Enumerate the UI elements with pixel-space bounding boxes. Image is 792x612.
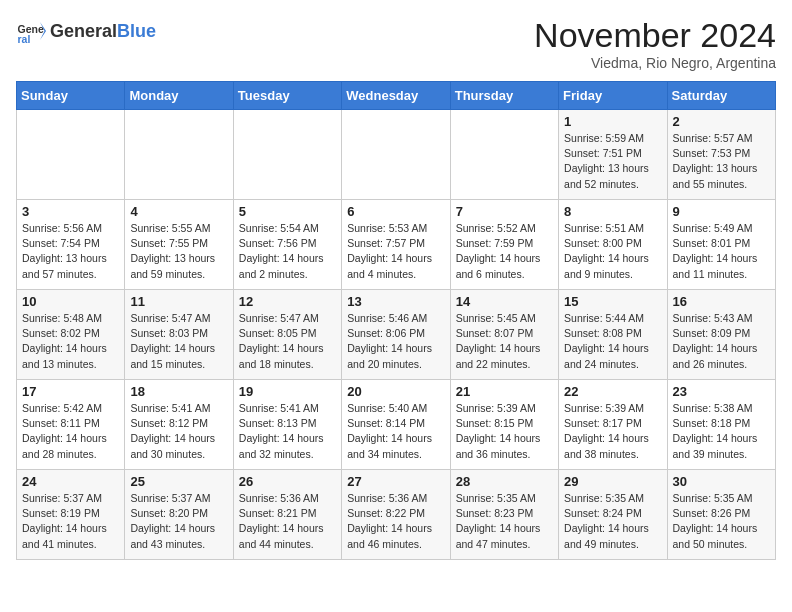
calendar-cell: 5Sunrise: 5:54 AM Sunset: 7:56 PM Daylig… [233,200,341,290]
day-info: Sunrise: 5:52 AM Sunset: 7:59 PM Dayligh… [456,221,553,282]
calendar-cell: 4Sunrise: 5:55 AM Sunset: 7:55 PM Daylig… [125,200,233,290]
day-number: 17 [22,384,119,399]
day-number: 15 [564,294,661,309]
calendar-table: Sunday Monday Tuesday Wednesday Thursday… [16,81,776,560]
svg-text:ral: ral [18,33,31,45]
calendar-week-row: 24Sunrise: 5:37 AM Sunset: 8:19 PM Dayli… [17,470,776,560]
calendar-cell [125,110,233,200]
day-info: Sunrise: 5:46 AM Sunset: 8:06 PM Dayligh… [347,311,444,372]
day-number: 13 [347,294,444,309]
day-info: Sunrise: 5:48 AM Sunset: 8:02 PM Dayligh… [22,311,119,372]
calendar-cell: 22Sunrise: 5:39 AM Sunset: 8:17 PM Dayli… [559,380,667,470]
day-number: 12 [239,294,336,309]
calendar-cell: 20Sunrise: 5:40 AM Sunset: 8:14 PM Dayli… [342,380,450,470]
day-number: 24 [22,474,119,489]
day-info: Sunrise: 5:38 AM Sunset: 8:18 PM Dayligh… [673,401,770,462]
day-number: 26 [239,474,336,489]
day-number: 28 [456,474,553,489]
day-number: 25 [130,474,227,489]
day-number: 19 [239,384,336,399]
day-info: Sunrise: 5:56 AM Sunset: 7:54 PM Dayligh… [22,221,119,282]
logo: Gene ral General Blue [16,16,156,46]
day-number: 27 [347,474,444,489]
day-number: 11 [130,294,227,309]
day-info: Sunrise: 5:47 AM Sunset: 8:03 PM Dayligh… [130,311,227,372]
day-number: 8 [564,204,661,219]
calendar-cell: 23Sunrise: 5:38 AM Sunset: 8:18 PM Dayli… [667,380,775,470]
day-info: Sunrise: 5:51 AM Sunset: 8:00 PM Dayligh… [564,221,661,282]
day-number: 5 [239,204,336,219]
day-number: 21 [456,384,553,399]
col-sunday: Sunday [17,82,125,110]
col-thursday: Thursday [450,82,558,110]
day-info: Sunrise: 5:42 AM Sunset: 8:11 PM Dayligh… [22,401,119,462]
calendar-cell: 1Sunrise: 5:59 AM Sunset: 7:51 PM Daylig… [559,110,667,200]
calendar-week-row: 17Sunrise: 5:42 AM Sunset: 8:11 PM Dayli… [17,380,776,470]
calendar-cell: 21Sunrise: 5:39 AM Sunset: 8:15 PM Dayli… [450,380,558,470]
day-info: Sunrise: 5:44 AM Sunset: 8:08 PM Dayligh… [564,311,661,372]
calendar-week-row: 10Sunrise: 5:48 AM Sunset: 8:02 PM Dayli… [17,290,776,380]
day-info: Sunrise: 5:35 AM Sunset: 8:23 PM Dayligh… [456,491,553,552]
calendar-cell: 25Sunrise: 5:37 AM Sunset: 8:20 PM Dayli… [125,470,233,560]
calendar-cell [233,110,341,200]
calendar-cell: 2Sunrise: 5:57 AM Sunset: 7:53 PM Daylig… [667,110,775,200]
calendar-week-row: 1Sunrise: 5:59 AM Sunset: 7:51 PM Daylig… [17,110,776,200]
day-info: Sunrise: 5:54 AM Sunset: 7:56 PM Dayligh… [239,221,336,282]
day-number: 7 [456,204,553,219]
calendar-cell: 26Sunrise: 5:36 AM Sunset: 8:21 PM Dayli… [233,470,341,560]
calendar-cell: 8Sunrise: 5:51 AM Sunset: 8:00 PM Daylig… [559,200,667,290]
calendar-cell: 29Sunrise: 5:35 AM Sunset: 8:24 PM Dayli… [559,470,667,560]
day-info: Sunrise: 5:36 AM Sunset: 8:22 PM Dayligh… [347,491,444,552]
title-area: November 2024 Viedma, Rio Negro, Argenti… [534,16,776,71]
day-number: 1 [564,114,661,129]
calendar-cell: 30Sunrise: 5:35 AM Sunset: 8:26 PM Dayli… [667,470,775,560]
calendar-cell: 7Sunrise: 5:52 AM Sunset: 7:59 PM Daylig… [450,200,558,290]
day-number: 10 [22,294,119,309]
col-wednesday: Wednesday [342,82,450,110]
calendar-cell: 24Sunrise: 5:37 AM Sunset: 8:19 PM Dayli… [17,470,125,560]
calendar-cell: 9Sunrise: 5:49 AM Sunset: 8:01 PM Daylig… [667,200,775,290]
col-friday: Friday [559,82,667,110]
day-number: 2 [673,114,770,129]
calendar-cell: 27Sunrise: 5:36 AM Sunset: 8:22 PM Dayli… [342,470,450,560]
calendar-cell [342,110,450,200]
day-info: Sunrise: 5:36 AM Sunset: 8:21 PM Dayligh… [239,491,336,552]
day-info: Sunrise: 5:41 AM Sunset: 8:13 PM Dayligh… [239,401,336,462]
day-number: 18 [130,384,227,399]
calendar-cell: 19Sunrise: 5:41 AM Sunset: 8:13 PM Dayli… [233,380,341,470]
day-number: 16 [673,294,770,309]
calendar-cell: 28Sunrise: 5:35 AM Sunset: 8:23 PM Dayli… [450,470,558,560]
day-number: 6 [347,204,444,219]
day-number: 30 [673,474,770,489]
calendar-cell: 17Sunrise: 5:42 AM Sunset: 8:11 PM Dayli… [17,380,125,470]
day-info: Sunrise: 5:39 AM Sunset: 8:15 PM Dayligh… [456,401,553,462]
calendar-cell: 11Sunrise: 5:47 AM Sunset: 8:03 PM Dayli… [125,290,233,380]
calendar-cell: 12Sunrise: 5:47 AM Sunset: 8:05 PM Dayli… [233,290,341,380]
calendar-cell [450,110,558,200]
day-info: Sunrise: 5:35 AM Sunset: 8:24 PM Dayligh… [564,491,661,552]
page-header: Gene ral General Blue November 2024 Vied… [16,16,776,71]
day-info: Sunrise: 5:53 AM Sunset: 7:57 PM Dayligh… [347,221,444,282]
calendar-cell: 6Sunrise: 5:53 AM Sunset: 7:57 PM Daylig… [342,200,450,290]
day-info: Sunrise: 5:37 AM Sunset: 8:19 PM Dayligh… [22,491,119,552]
day-number: 3 [22,204,119,219]
day-number: 29 [564,474,661,489]
calendar-cell [17,110,125,200]
col-tuesday: Tuesday [233,82,341,110]
calendar-week-row: 3Sunrise: 5:56 AM Sunset: 7:54 PM Daylig… [17,200,776,290]
day-info: Sunrise: 5:45 AM Sunset: 8:07 PM Dayligh… [456,311,553,372]
calendar-cell: 15Sunrise: 5:44 AM Sunset: 8:08 PM Dayli… [559,290,667,380]
day-number: 4 [130,204,227,219]
logo-blue-text: Blue [117,21,156,42]
day-info: Sunrise: 5:39 AM Sunset: 8:17 PM Dayligh… [564,401,661,462]
day-info: Sunrise: 5:59 AM Sunset: 7:51 PM Dayligh… [564,131,661,192]
day-info: Sunrise: 5:41 AM Sunset: 8:12 PM Dayligh… [130,401,227,462]
day-info: Sunrise: 5:49 AM Sunset: 8:01 PM Dayligh… [673,221,770,282]
day-info: Sunrise: 5:55 AM Sunset: 7:55 PM Dayligh… [130,221,227,282]
calendar-cell: 14Sunrise: 5:45 AM Sunset: 8:07 PM Dayli… [450,290,558,380]
calendar-cell: 10Sunrise: 5:48 AM Sunset: 8:02 PM Dayli… [17,290,125,380]
day-info: Sunrise: 5:37 AM Sunset: 8:20 PM Dayligh… [130,491,227,552]
header-row: Sunday Monday Tuesday Wednesday Thursday… [17,82,776,110]
logo-general-text: General [50,21,117,42]
month-title: November 2024 [534,16,776,55]
